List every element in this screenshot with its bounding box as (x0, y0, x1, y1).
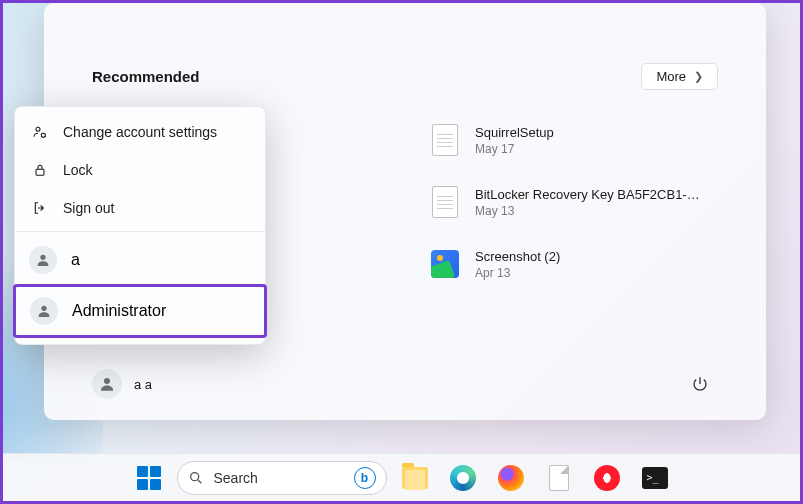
switch-user-a[interactable]: a (15, 236, 265, 284)
taskbar-search[interactable]: Search b (177, 461, 387, 495)
lock-icon (31, 161, 49, 179)
recommended-title: Recommended (92, 68, 200, 85)
page-icon (549, 465, 569, 491)
user-bar: a a (92, 366, 718, 402)
bing-icon: b (354, 467, 376, 489)
user-context-menu: Change account settings Lock Sign out a … (14, 106, 266, 345)
file-date: May 17 (475, 142, 554, 156)
svg-point-1 (36, 127, 40, 131)
search-placeholder: Search (214, 470, 344, 486)
menu-item-label: Change account settings (63, 124, 217, 140)
terminal-button[interactable]: >_ (635, 458, 675, 498)
change-account-settings-item[interactable]: Change account settings (15, 113, 265, 151)
svg-point-6 (190, 472, 198, 480)
avatar-icon (30, 297, 58, 325)
file-date: May 13 (475, 204, 700, 218)
file-name: BitLocker Recovery Key BA5F2CB1-… (475, 187, 700, 202)
recommended-item[interactable]: Screenshot (2) Apr 13 (425, 244, 718, 284)
recommended-item[interactable]: SquirrelSetup May 17 (425, 120, 718, 160)
firefox-button[interactable] (491, 458, 531, 498)
file-name: SquirrelSetup (475, 125, 554, 140)
opera-icon (594, 465, 620, 491)
taskbar: Search b >_ (3, 453, 800, 501)
file-name: Screenshot (2) (475, 249, 560, 264)
menu-item-label: Sign out (63, 200, 114, 216)
user-label: a (71, 251, 80, 269)
terminal-icon: >_ (642, 467, 668, 489)
chevron-right-icon: ❯ (694, 70, 703, 83)
svg-point-0 (104, 378, 110, 384)
svg-rect-3 (36, 169, 44, 175)
recommended-header: Recommended More ❯ (92, 63, 718, 90)
current-user-button[interactable]: a a (92, 369, 152, 399)
power-button[interactable] (682, 366, 718, 402)
photo-icon (429, 248, 461, 280)
user-gear-icon (31, 123, 49, 141)
search-icon (188, 470, 204, 486)
switch-user-administrator[interactable]: Administrator (13, 284, 267, 338)
folder-icon (402, 467, 428, 489)
menu-separator (15, 231, 265, 232)
more-button[interactable]: More ❯ (641, 63, 718, 90)
sign-out-item[interactable]: Sign out (15, 189, 265, 227)
file-explorer-button[interactable] (395, 458, 435, 498)
lock-item[interactable]: Lock (15, 151, 265, 189)
sign-out-icon (31, 199, 49, 217)
windows-logo-icon (137, 466, 161, 490)
user-label: Administrator (72, 302, 166, 320)
firefox-icon (498, 465, 524, 491)
avatar-icon (29, 246, 57, 274)
svg-point-5 (41, 306, 46, 311)
edge-button[interactable] (443, 458, 483, 498)
edge-icon (450, 465, 476, 491)
svg-point-2 (41, 133, 45, 137)
recommended-item[interactable]: BitLocker Recovery Key BA5F2CB1-… May 13 (425, 182, 718, 222)
user-name-label: a a (134, 377, 152, 392)
file-date: Apr 13 (475, 266, 560, 280)
file-icon (429, 186, 461, 218)
more-label: More (656, 69, 686, 84)
document-button[interactable] (539, 458, 579, 498)
svg-point-4 (40, 255, 45, 260)
file-icon (429, 124, 461, 156)
avatar-icon (92, 369, 122, 399)
start-button[interactable] (129, 458, 169, 498)
opera-button[interactable] (587, 458, 627, 498)
menu-item-label: Lock (63, 162, 93, 178)
